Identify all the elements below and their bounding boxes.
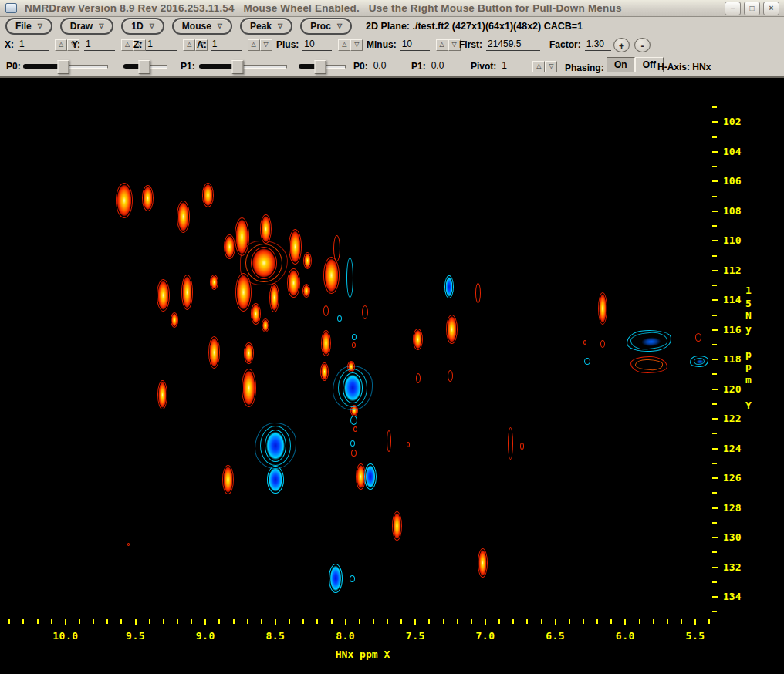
p0-coarse-slider[interactable]	[23, 60, 108, 72]
y-field[interactable]: 1	[84, 39, 115, 51]
minus-spinner: △▽	[436, 39, 461, 51]
y-tick-label: 122	[723, 413, 741, 424]
nmr-peak-positive	[222, 465, 234, 494]
minus-increment-button[interactable]: △	[436, 39, 448, 51]
nmr-peak-positive	[224, 234, 235, 259]
peak-menu-button[interactable]: Peak ▽	[240, 18, 292, 35]
y-tick-label: 120	[723, 383, 741, 395]
nmr-peak-negative	[267, 466, 284, 494]
z-label: Z:	[133, 39, 142, 50]
slider-handle[interactable]	[57, 60, 69, 74]
window-controls: – □ ×	[725, 2, 784, 15]
pivot-decrement-button[interactable]: ▽	[545, 61, 557, 72]
x-minor-tick	[373, 619, 374, 624]
x-minor-tick	[708, 619, 710, 624]
y-major-tick	[712, 121, 718, 123]
y-major-tick	[712, 537, 718, 538]
y-minor-tick	[712, 403, 717, 405]
nmr-peak-positive	[289, 229, 302, 265]
y-tick-label: 104	[723, 146, 741, 157]
a-increment-button[interactable]: △	[248, 39, 260, 51]
nmr-peak-positive-outline	[416, 373, 421, 383]
nmr-peak-positive	[171, 312, 178, 328]
close-button[interactable]: ×	[763, 2, 779, 15]
y-major-tick	[712, 180, 718, 182]
nmr-peak-negative	[265, 430, 286, 462]
z-field[interactable]: 1	[146, 39, 177, 51]
plus-field[interactable]: 10	[302, 39, 332, 51]
y-minor-tick	[712, 344, 717, 345]
p0-fine-slider[interactable]	[123, 60, 167, 72]
x-tick-label: 6.5	[546, 630, 565, 642]
nmr-peak-positive-outline	[600, 340, 605, 348]
plane-info: 2D Plane: ./test.ft2 (427x1)(64x1)(48x2)…	[366, 21, 583, 32]
x-field[interactable]: 1	[18, 39, 49, 51]
nmr-peak-positive-outline	[475, 283, 481, 303]
slider-handle[interactable]	[315, 60, 326, 74]
a-decrement-button[interactable]: ▽	[260, 39, 272, 51]
p0-slider-label: P0:	[6, 61, 21, 72]
x-major-tick	[485, 619, 486, 625]
y-major-tick	[712, 567, 718, 568]
mouse-menu-button[interactable]: Mouse ▽	[172, 18, 232, 35]
x-minor-tick	[457, 619, 458, 624]
oneD-menu-button[interactable]: 1D ▽	[121, 18, 164, 35]
nmr-peak-positive	[244, 342, 254, 364]
nmr-peak-positive	[598, 292, 607, 325]
x-minor-tick	[331, 619, 333, 624]
x-tick-label: 8.5	[265, 630, 285, 642]
x-major-tick	[414, 619, 416, 625]
x-tick-label: 6.0	[616, 630, 635, 642]
nmr-peak-positive	[413, 329, 423, 350]
first-field[interactable]: 21459.5	[486, 39, 540, 51]
draw-menu-button[interactable]: Draw ▽	[60, 18, 114, 35]
plus-decrement-button[interactable]: ▽	[350, 39, 363, 51]
contour-expand-button[interactable]: +	[613, 38, 630, 52]
window-title: NMRDraw Version 8.9 Rev 2016.253.11.54 M…	[25, 2, 622, 14]
nmr-peak-negative-outline	[584, 358, 590, 365]
x-minor-tick	[289, 619, 290, 624]
nmr-peak-positive	[302, 284, 310, 298]
phasing-on-button[interactable]: On	[607, 57, 635, 72]
p1-coarse-slider[interactable]	[199, 60, 287, 72]
minus-field[interactable]: 10	[400, 39, 430, 51]
minimize-button[interactable]: –	[725, 2, 741, 15]
nmr-peak-positive	[242, 369, 256, 407]
titlebar[interactable]: NMRDraw Version 8.9 Rev 2016.253.11.54 M…	[0, 0, 784, 17]
dropdown-arrow-icon: ▽	[218, 22, 222, 29]
y-major-tick	[712, 270, 718, 271]
x-tick-label: 7.5	[406, 630, 425, 642]
x-minor-tick	[653, 619, 654, 624]
p1-fine-slider[interactable]	[299, 60, 346, 72]
p0-value-field[interactable]: 0.0	[372, 60, 407, 72]
nmr-peak-negative	[444, 275, 454, 298]
x-tick-label: 9.5	[126, 630, 145, 642]
p1-value-field[interactable]: 0.0	[430, 60, 465, 72]
x-increment-button[interactable]: △	[55, 39, 67, 51]
slider-handle[interactable]	[139, 60, 150, 74]
nmr-peak-positive	[321, 330, 331, 356]
contour-contract-button[interactable]: -	[634, 38, 651, 52]
slider-handle[interactable]	[232, 60, 244, 74]
plus-increment-button[interactable]: △	[338, 39, 350, 51]
proc-menu-label: Proc	[310, 21, 331, 32]
factor-field[interactable]: 1.30	[585, 39, 611, 51]
x-tick-label: 5.5	[686, 630, 705, 642]
x-minor-tick	[233, 619, 235, 624]
z-increment-button[interactable]: △	[183, 39, 195, 51]
a-field[interactable]: 1	[211, 39, 242, 51]
maximize-button[interactable]: □	[744, 2, 760, 15]
nmr-peak-negative-outline	[337, 315, 342, 322]
x-minor-tick	[526, 619, 528, 624]
pivot-field[interactable]: 1	[500, 60, 526, 72]
pivot-increment-button[interactable]: △	[532, 61, 545, 72]
y-major-tick	[712, 240, 718, 241]
file-menu-button[interactable]: File ▽	[5, 18, 52, 35]
proc-menu-button[interactable]: Proc ▽	[300, 18, 352, 35]
x-label: X:	[5, 39, 14, 50]
plot-canvas[interactable]	[9, 93, 711, 618]
y-increment-button[interactable]: △	[121, 39, 133, 51]
nmr-noise-negative	[626, 329, 671, 353]
window-menu-icon[interactable]	[5, 3, 17, 13]
nmr-noise-positive	[630, 356, 668, 374]
